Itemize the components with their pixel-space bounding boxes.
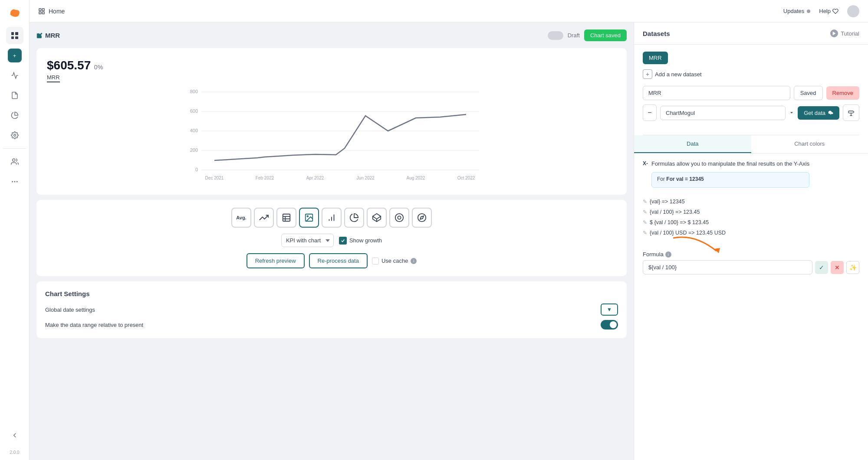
- chart-type-table[interactable]: [276, 208, 296, 228]
- dataset-saved-button[interactable]: Saved: [794, 86, 823, 100]
- svg-point-38: [418, 214, 426, 222]
- sidebar-item-grid[interactable]: [6, 27, 23, 44]
- grid-icon: [38, 8, 45, 15]
- svg-text:Oct 2022: Oct 2022: [457, 176, 475, 180]
- svg-text:200: 200: [190, 147, 198, 153]
- chart-type-trend[interactable]: [254, 208, 274, 228]
- chart-row2: KPI with chart Show growth: [281, 234, 382, 247]
- chart-controls: Avg.: [36, 200, 627, 276]
- chart-pct: 0%: [94, 64, 103, 71]
- pencil-icon: [36, 33, 43, 39]
- refresh-preview-button[interactable]: Refresh preview: [247, 253, 305, 268]
- chart-type-compass[interactable]: [412, 208, 432, 228]
- formula-input[interactable]: [643, 260, 812, 274]
- datasets-title: Datasets: [643, 30, 670, 37]
- chart-visualization: 800 600 400 200 0 Dec 2021 Feb 2022 Apr …: [47, 88, 616, 184]
- show-growth-checkbox[interactable]: [339, 237, 347, 245]
- help-link[interactable]: Help: [819, 8, 838, 14]
- sidebar-item-settings[interactable]: [6, 127, 23, 144]
- sidebar-item-plugin[interactable]: [6, 87, 23, 104]
- show-growth-toggle[interactable]: Show growth: [339, 237, 382, 245]
- get-data-button[interactable]: Get data: [798, 106, 839, 120]
- sidebar-item-users[interactable]: [6, 153, 23, 170]
- chart-title: MRR: [36, 32, 60, 39]
- home-link[interactable]: Home: [38, 8, 65, 15]
- formula-section: X- Formulas allow you to manipulate the …: [634, 153, 868, 460]
- left-panel: MRR Draft Chart saved $605.57 0% MRR: [30, 23, 634, 460]
- tab-row: Data Chart colors: [634, 135, 868, 153]
- dataset-name-row: Saved Remove: [643, 86, 859, 100]
- chart-settings-title: Chart Settings: [45, 290, 618, 297]
- sidebar-add-button[interactable]: +: [8, 49, 22, 62]
- relative-date-toggle[interactable]: [601, 320, 618, 330]
- main-content: Home Updates Help MRR: [30, 0, 868, 460]
- plug-icon: [848, 109, 855, 116]
- updates-label: Updates: [783, 8, 804, 14]
- reprocess-data-button[interactable]: Re-process data: [309, 253, 368, 268]
- global-date-label: Global date settings: [45, 307, 95, 313]
- svg-point-0: [13, 134, 16, 137]
- cache-checkbox[interactable]: [372, 258, 379, 264]
- svg-text:Jun 2022: Jun 2022: [356, 176, 375, 180]
- add-dataset-label: Add a new dataset: [655, 71, 702, 78]
- chart-value-row: $605.57 0%: [47, 59, 616, 72]
- content-area: MRR Draft Chart saved $605.57 0% MRR: [30, 23, 868, 460]
- dataset-name-input[interactable]: [643, 86, 790, 100]
- sidebar-item-pie[interactable]: [6, 107, 23, 124]
- line-chart-svg: 800 600 400 200 0 Dec 2021 Feb 2022 Apr …: [47, 88, 616, 183]
- formula-label-row: Formula i: [643, 251, 859, 258]
- chart-saved-button[interactable]: Chart saved: [584, 29, 627, 41]
- chart-type-bar[interactable]: [322, 208, 342, 228]
- chart-type-3d[interactable]: [367, 208, 387, 228]
- x-axis-row: X- Formulas allow you to manipulate the …: [643, 160, 859, 191]
- formula-magic-button[interactable]: ✨: [846, 261, 859, 274]
- chart-type-avg[interactable]: Avg.: [231, 208, 251, 228]
- svg-point-1: [12, 159, 15, 161]
- formula-confirm-button[interactable]: ✓: [815, 261, 828, 274]
- draft-toggle[interactable]: [548, 31, 563, 40]
- svg-text:400: 400: [190, 128, 198, 133]
- tutorial-button[interactable]: Tutorial: [830, 29, 859, 37]
- download-icon: [828, 110, 833, 115]
- chart-type-donut[interactable]: [389, 208, 409, 228]
- svg-point-4: [16, 181, 17, 182]
- chart-settings: Chart Settings Global date settings ▼ Ma…: [36, 281, 627, 338]
- logo: [7, 5, 23, 21]
- chart-type-select[interactable]: KPI with chart: [281, 234, 334, 247]
- chart-type-image[interactable]: [299, 208, 319, 228]
- user-avatar[interactable]: [847, 5, 859, 17]
- add-dataset-button[interactable]: + Add a new dataset: [643, 69, 859, 79]
- sidebar-item-more[interactable]: [6, 173, 23, 190]
- svg-text:Feb 2022: Feb 2022: [256, 176, 274, 180]
- formula-info-icon[interactable]: i: [665, 251, 671, 258]
- dataset-remove-button[interactable]: Remove: [826, 86, 859, 100]
- svg-point-30: [307, 215, 308, 217]
- cache-info-icon[interactable]: i: [411, 258, 417, 264]
- example-3: ✎ $ {val / 100} => $ 123.45: [643, 217, 859, 228]
- source-select[interactable]: ChartMogul: [660, 106, 786, 120]
- global-date-button[interactable]: ▼: [601, 303, 618, 316]
- tutorial-label: Tutorial: [841, 30, 859, 37]
- svg-rect-6: [42, 9, 44, 11]
- formula-cancel-button[interactable]: ✕: [831, 261, 844, 274]
- chart-header: MRR Draft Chart saved: [36, 29, 627, 41]
- svg-rect-5: [39, 9, 41, 11]
- svg-text:800: 800: [190, 89, 198, 94]
- minus-button[interactable]: −: [643, 104, 657, 121]
- pencil-icon-3: ✎: [643, 219, 647, 225]
- chart-value: $605.57: [47, 59, 91, 72]
- dataset-chip-mrr[interactable]: MRR: [643, 52, 668, 64]
- sidebar-item-analytics[interactable]: [6, 67, 23, 84]
- tab-data[interactable]: Data: [634, 135, 751, 153]
- plugin-button[interactable]: [843, 104, 859, 121]
- chart-subtitle: MRR: [47, 74, 60, 82]
- chart-type-icons: Avg.: [231, 208, 432, 228]
- formula-row: Formula i ✓ ✕ ✨: [643, 251, 859, 274]
- help-label: Help: [819, 8, 831, 14]
- chart-type-pie[interactable]: [344, 208, 364, 228]
- example-4: ✎ {val / 100} USD => 123.45 USD: [643, 228, 859, 238]
- tab-chart-colors[interactable]: Chart colors: [751, 135, 868, 153]
- source-right-controls: [789, 110, 794, 115]
- updates-link[interactable]: Updates: [783, 8, 810, 14]
- sidebar-collapse[interactable]: [6, 427, 23, 444]
